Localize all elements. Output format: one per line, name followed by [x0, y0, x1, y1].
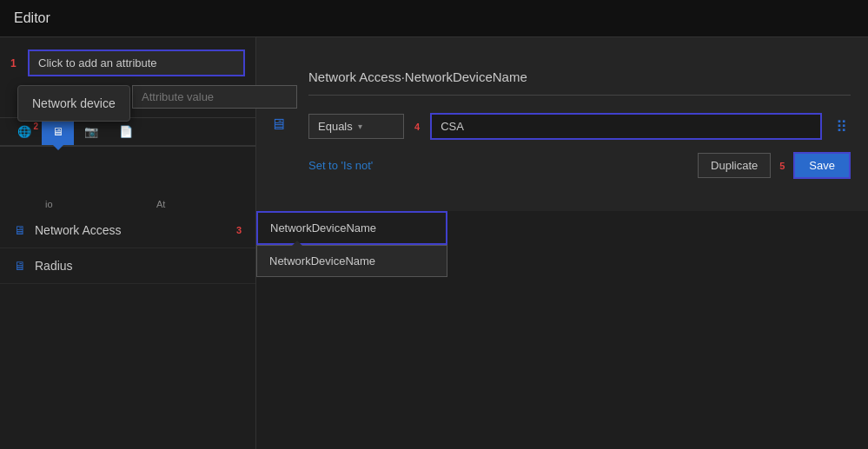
attribute-row: 1 Click to add an attribute — [10, 50, 245, 76]
right-monitor-icon: 🖥 — [270, 116, 286, 134]
add-attribute-input[interactable]: Click to add an attribute — [28, 50, 245, 76]
value-badge: 4 — [414, 122, 420, 132]
col-header-io: io — [0, 199, 156, 209]
set-not-link[interactable]: Set to 'Is not' — [308, 159, 689, 172]
right-operator-dropdown[interactable]: Equals ▾ — [308, 114, 404, 139]
main-container: 1 Click to add an attribute ⊢ Equals ▾ 🌐… — [0, 37, 868, 449]
list-area: 🖥 Network Access 3 🖥 Radius — [0, 213, 255, 449]
right-top: 🖥 Network Access·NetworkDeviceName Equal… — [256, 37, 868, 211]
editor-title: Editor — [14, 10, 50, 25]
editor-header: Editor — [0, 0, 868, 37]
save-badge: 5 — [779, 161, 785, 171]
doc-icon: 📄 — [119, 125, 133, 138]
value-input[interactable] — [430, 113, 822, 140]
list-item-network-access[interactable]: 🖥 Network Access 3 — [0, 213, 255, 248]
dropdown-popup-wrapper: NetworkDeviceName — [256, 245, 447, 277]
dropdown-item-1[interactable]: NetworkDeviceName — [256, 211, 447, 245]
dropdown-item-popup[interactable]: NetworkDeviceName — [256, 245, 447, 277]
grid-icon-button[interactable]: ⠿ — [832, 114, 851, 140]
attribute-badge: 1 — [10, 57, 21, 69]
condition-title: Network Access·NetworkDeviceName — [308, 69, 851, 96]
dropdown-list-container: NetworkDeviceName NetworkDeviceName — [256, 211, 447, 277]
tooltip-text: Network device — [32, 96, 116, 110]
globe-icon: 🌐 — [17, 125, 31, 138]
tab-camera[interactable]: 📷 — [74, 118, 109, 145]
network-access-label: Network Access — [35, 223, 228, 237]
monitor-icon: 🖥 — [52, 125, 63, 138]
tab-monitor[interactable]: 🖥 — [42, 118, 74, 145]
network-access-icon: 🖥 — [14, 223, 26, 237]
left-panel: 1 Click to add an attribute ⊢ Equals ▾ 🌐… — [0, 37, 256, 449]
condition-row-right: Equals ▾ 4 ⠿ — [308, 113, 851, 140]
col-header-at: At — [156, 199, 255, 209]
network-device-tooltip: Network device — [17, 85, 130, 122]
network-access-badge: 3 — [236, 225, 242, 235]
duplicate-button[interactable]: Duplicate — [698, 153, 771, 178]
list-item-radius[interactable]: 🖥 Radius — [0, 248, 255, 284]
camera-icon: 📷 — [84, 125, 98, 138]
radius-icon: 🖥 — [14, 259, 26, 273]
tabs-area: 🌐 2 🖥 📷 📄 — [0, 118, 255, 147]
right-panel: 🖥 Network Access·NetworkDeviceName Equal… — [256, 37, 868, 449]
radius-label: Radius — [35, 259, 242, 273]
right-top-icon-col: 🖥 — [256, 37, 300, 211]
right-chevron-icon: ▾ — [358, 122, 362, 131]
right-top-content: Network Access·NetworkDeviceName Equals … — [300, 37, 868, 211]
tab-globe[interactable]: 🌐 2 — [7, 118, 42, 145]
list-headers: io At — [0, 147, 255, 213]
right-bottom: NetworkDeviceName NetworkDeviceName — [256, 211, 868, 449]
tab-doc[interactable]: 📄 — [109, 118, 143, 145]
action-row: Set to 'Is not' Duplicate 5 Save — [308, 152, 851, 179]
save-button[interactable]: Save — [793, 152, 851, 179]
tab-globe-badge: 2 — [33, 122, 38, 131]
grid-icon: ⠿ — [836, 118, 847, 135]
attribute-value-input[interactable] — [132, 85, 297, 109]
